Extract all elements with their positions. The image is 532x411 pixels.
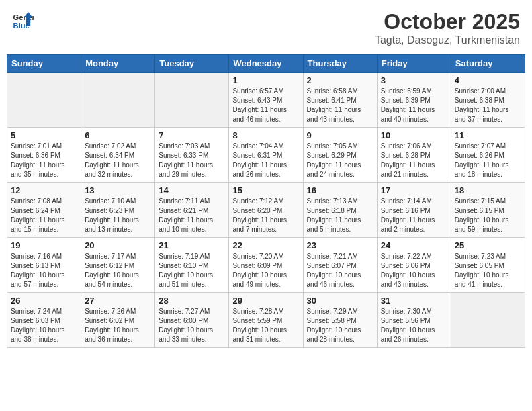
day-info: Sunrise: 7:22 AMSunset: 6:06 PMDaylight:… (381, 252, 447, 289)
month-title: October 2025 (375, 9, 520, 34)
day-number: 29 (232, 295, 299, 306)
calendar-cell: 13Sunrise: 7:10 AMSunset: 6:23 PMDayligh… (81, 183, 155, 238)
day-number: 9 (307, 130, 373, 140)
day-info: Sunrise: 6:58 AMSunset: 6:41 PMDaylight:… (307, 87, 373, 124)
calendar-cell (7, 73, 81, 128)
day-number: 28 (159, 295, 225, 306)
day-info: Sunrise: 7:13 AMSunset: 6:18 PMDaylight:… (307, 197, 373, 234)
day-number: 21 (159, 240, 225, 250)
calendar-cell: 19Sunrise: 7:16 AMSunset: 6:13 PMDayligh… (7, 238, 81, 293)
day-number: 25 (455, 240, 521, 250)
day-number: 4 (455, 75, 521, 85)
calendar-week-row: 1Sunrise: 6:57 AMSunset: 6:43 PMDaylight… (7, 73, 525, 128)
calendar-cell: 21Sunrise: 7:19 AMSunset: 6:10 PMDayligh… (155, 238, 229, 293)
day-info: Sunrise: 7:01 AMSunset: 6:36 PMDaylight:… (11, 142, 77, 179)
calendar-cell: 14Sunrise: 7:11 AMSunset: 6:21 PMDayligh… (155, 183, 229, 238)
day-number: 20 (85, 240, 151, 250)
day-number: 27 (85, 295, 151, 306)
calendar-cell: 3Sunrise: 6:59 AMSunset: 6:39 PMDaylight… (377, 73, 451, 128)
day-info: Sunrise: 6:57 AMSunset: 6:43 PMDaylight:… (232, 87, 299, 124)
calendar-cell: 28Sunrise: 7:27 AMSunset: 6:00 PMDayligh… (155, 293, 229, 348)
day-number: 30 (307, 295, 373, 306)
day-info: Sunrise: 7:20 AMSunset: 6:09 PMDaylight:… (232, 252, 299, 289)
day-number: 15 (232, 185, 299, 195)
day-number: 5 (11, 130, 77, 140)
day-number: 10 (381, 130, 447, 140)
day-number: 17 (381, 185, 447, 195)
day-number: 19 (11, 240, 77, 250)
calendar-cell: 22Sunrise: 7:20 AMSunset: 6:09 PMDayligh… (229, 238, 303, 293)
day-info: Sunrise: 7:10 AMSunset: 6:23 PMDaylight:… (85, 197, 151, 234)
calendar-cell: 11Sunrise: 7:07 AMSunset: 6:26 PMDayligh… (451, 128, 525, 183)
day-number: 6 (85, 130, 151, 140)
logo-icon: General Blue (12, 9, 34, 31)
day-number: 13 (85, 185, 151, 195)
day-info: Sunrise: 7:23 AMSunset: 6:05 PMDaylight:… (455, 252, 521, 289)
weekday-header-cell: Tuesday (155, 55, 229, 73)
day-number: 7 (159, 130, 225, 140)
calendar-cell: 20Sunrise: 7:17 AMSunset: 6:12 PMDayligh… (81, 238, 155, 293)
day-info: Sunrise: 7:12 AMSunset: 6:20 PMDaylight:… (232, 197, 299, 234)
day-info: Sunrise: 7:16 AMSunset: 6:13 PMDaylight:… (11, 252, 77, 289)
calendar-cell: 24Sunrise: 7:22 AMSunset: 6:06 PMDayligh… (377, 238, 451, 293)
calendar-cell: 9Sunrise: 7:05 AMSunset: 6:29 PMDaylight… (303, 128, 377, 183)
calendar-cell: 5Sunrise: 7:01 AMSunset: 6:36 PMDaylight… (7, 128, 81, 183)
calendar-cell: 4Sunrise: 7:00 AMSunset: 6:38 PMDaylight… (451, 73, 525, 128)
calendar-cell: 10Sunrise: 7:06 AMSunset: 6:28 PMDayligh… (377, 128, 451, 183)
calendar-cell: 1Sunrise: 6:57 AMSunset: 6:43 PMDaylight… (229, 73, 303, 128)
day-number: 11 (455, 130, 521, 140)
day-info: Sunrise: 7:19 AMSunset: 6:10 PMDaylight:… (159, 252, 225, 289)
calendar-cell: 30Sunrise: 7:29 AMSunset: 5:58 PMDayligh… (303, 293, 377, 348)
day-info: Sunrise: 7:29 AMSunset: 5:58 PMDaylight:… (307, 307, 373, 345)
day-info: Sunrise: 7:28 AMSunset: 5:59 PMDaylight:… (232, 307, 299, 345)
calendar-cell: 26Sunrise: 7:24 AMSunset: 6:03 PMDayligh… (7, 293, 81, 348)
calendar-cell: 25Sunrise: 7:23 AMSunset: 6:05 PMDayligh… (451, 238, 525, 293)
calendar-body: 1Sunrise: 6:57 AMSunset: 6:43 PMDaylight… (7, 73, 525, 348)
weekday-header-cell: Saturday (451, 55, 525, 73)
day-info: Sunrise: 7:21 AMSunset: 6:07 PMDaylight:… (307, 252, 373, 289)
calendar-week-row: 26Sunrise: 7:24 AMSunset: 6:03 PMDayligh… (7, 293, 525, 348)
weekday-header-cell: Sunday (7, 55, 81, 73)
day-info: Sunrise: 7:26 AMSunset: 6:02 PMDaylight:… (85, 307, 151, 345)
day-number: 23 (307, 240, 373, 250)
calendar-week-row: 19Sunrise: 7:16 AMSunset: 6:13 PMDayligh… (7, 238, 525, 293)
day-info: Sunrise: 7:05 AMSunset: 6:29 PMDaylight:… (307, 142, 373, 179)
calendar-cell: 15Sunrise: 7:12 AMSunset: 6:20 PMDayligh… (229, 183, 303, 238)
calendar-cell: 2Sunrise: 6:58 AMSunset: 6:41 PMDaylight… (303, 73, 377, 128)
day-info: Sunrise: 7:00 AMSunset: 6:38 PMDaylight:… (455, 87, 521, 124)
logo: General Blue (12, 9, 34, 31)
day-number: 31 (381, 295, 447, 306)
calendar-cell: 18Sunrise: 7:15 AMSunset: 6:15 PMDayligh… (451, 183, 525, 238)
day-number: 22 (232, 240, 299, 250)
calendar-cell: 27Sunrise: 7:26 AMSunset: 6:02 PMDayligh… (81, 293, 155, 348)
calendar-cell (451, 293, 525, 348)
calendar-cell: 7Sunrise: 7:03 AMSunset: 6:33 PMDaylight… (155, 128, 229, 183)
day-info: Sunrise: 6:59 AMSunset: 6:39 PMDaylight:… (381, 87, 447, 124)
day-info: Sunrise: 7:27 AMSunset: 6:00 PMDaylight:… (159, 307, 225, 345)
day-number: 1 (232, 75, 299, 85)
weekday-header-row: SundayMondayTuesdayWednesdayThursdayFrid… (7, 55, 525, 73)
weekday-header-cell: Thursday (303, 55, 377, 73)
day-number: 12 (11, 185, 77, 195)
calendar-week-row: 12Sunrise: 7:08 AMSunset: 6:24 PMDayligh… (7, 183, 525, 238)
day-info: Sunrise: 7:30 AMSunset: 5:56 PMDaylight:… (381, 307, 447, 345)
day-info: Sunrise: 7:02 AMSunset: 6:34 PMDaylight:… (85, 142, 151, 179)
page-header: General Blue October 2025 Tagta, Dasoguz… (7, 7, 525, 49)
title-block: October 2025 Tagta, Dasoguz, Turkmenista… (375, 9, 520, 46)
calendar-cell: 16Sunrise: 7:13 AMSunset: 6:18 PMDayligh… (303, 183, 377, 238)
day-info: Sunrise: 7:15 AMSunset: 6:15 PMDaylight:… (455, 197, 521, 234)
calendar-cell: 8Sunrise: 7:04 AMSunset: 6:31 PMDaylight… (229, 128, 303, 183)
weekday-header-cell: Monday (81, 55, 155, 73)
day-number: 8 (232, 130, 299, 140)
day-info: Sunrise: 7:03 AMSunset: 6:33 PMDaylight:… (159, 142, 225, 179)
day-info: Sunrise: 7:07 AMSunset: 6:26 PMDaylight:… (455, 142, 521, 179)
day-info: Sunrise: 7:04 AMSunset: 6:31 PMDaylight:… (232, 142, 299, 179)
calendar-cell: 12Sunrise: 7:08 AMSunset: 6:24 PMDayligh… (7, 183, 81, 238)
calendar-cell: 31Sunrise: 7:30 AMSunset: 5:56 PMDayligh… (377, 293, 451, 348)
day-info: Sunrise: 7:08 AMSunset: 6:24 PMDaylight:… (11, 197, 77, 234)
day-number: 3 (381, 75, 447, 85)
calendar-cell: 6Sunrise: 7:02 AMSunset: 6:34 PMDaylight… (81, 128, 155, 183)
day-number: 24 (381, 240, 447, 250)
day-info: Sunrise: 7:14 AMSunset: 6:16 PMDaylight:… (381, 197, 447, 234)
day-number: 2 (307, 75, 373, 85)
